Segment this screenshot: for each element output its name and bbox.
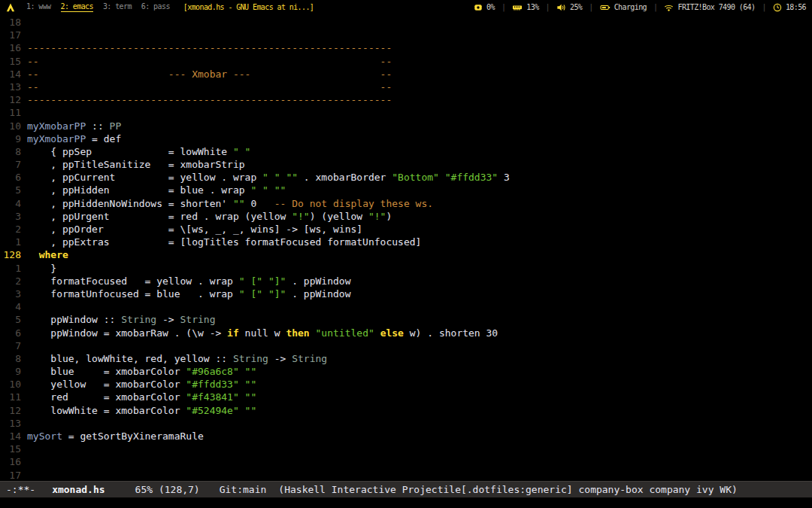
scroll-percent: 65% [135,484,153,495]
module-text: 0% [486,3,495,11]
code-line[interactable]: 128 where [0,248,812,261]
code-line[interactable]: 6 ppWindow = xmobarRaw . (\w -> if null … [0,327,812,339]
line-content: -- -- [27,55,392,68]
module-separator: | [546,3,550,11]
line-content: yellow = xmobarColor "#ffdd33" "" [27,378,256,391]
code-line[interactable]: 6 , ppCurrent = yellow . wrap " " "" . x… [0,171,812,184]
line-number: 14 [0,430,21,443]
line-number: 8 [0,352,21,365]
line-content: formatFocused = yellow . wrap " [" "]" .… [27,275,350,287]
code-line[interactable]: 11 [0,106,812,119]
line-number: 15 [0,55,21,68]
code-line[interactable]: 5 ppWindow :: String -> String [0,313,812,326]
line-content: blue, lowWhite, red, yellow :: String ->… [27,352,327,365]
code-line[interactable]: 3 , ppUrgent = red . wrap (yellow "!") (… [0,210,812,223]
git-branch[interactable]: Git:main [220,484,267,495]
code-line[interactable]: 9myXmobarPP = def [0,132,812,145]
status-modules: 0%|13%|25%|Charging|FRITZ!Box 7490 (64)|… [474,3,806,12]
code-line[interactable]: 15-- -- [0,55,812,68]
battery-icon [600,3,611,12]
line-number: 6 [0,171,21,184]
line-number: 5 [0,313,21,326]
code-line[interactable]: 13 [0,417,812,430]
code-line[interactable]: 10 yellow = xmobarColor "#ffdd33" "" [0,378,812,391]
active-modes: (Haskell Interactive Projectile[.dotfile… [278,484,737,495]
line-content: where [27,248,68,261]
memory-module: 13% [512,3,538,12]
workspace-6-pass[interactable]: 6: pass [141,2,170,12]
code-line[interactable]: 12--------------------------------------… [0,93,812,106]
line-number: 1 [0,262,21,275]
line-number: 11 [0,391,21,403]
line-content: ppWindow = xmobarRaw . (\w -> if null w … [27,327,498,339]
code-line[interactable]: 7 [0,339,812,352]
code-line[interactable]: 8 { ppSep = lowWhite " " [0,145,812,158]
code-line[interactable]: 2 , ppOrder = \[ws, _, _, wins] -> [ws, … [0,223,812,236]
workspace-1-www[interactable]: 1: www [26,2,51,12]
code-line[interactable]: 14-- --- Xmobar --- -- [0,68,812,81]
module-text: Charging [614,3,647,11]
line-content: , ppCurrent = yellow . wrap " " "" . xmo… [27,171,510,184]
module-text: 13% [526,3,538,11]
line-content: , ppExtras = [logTitles formatFocused fo… [27,236,421,248]
code-line[interactable]: 4 , ppHiddenNoWindows = shorten' "" 0 --… [0,197,812,210]
code-line[interactable]: 14mySort = getSortByXineramaRule [0,430,812,443]
memory-icon [512,3,523,12]
code-line[interactable]: 9 blue = xmobarColor "#96a6c8" "" [0,365,812,378]
line-number: 10 [0,120,21,132]
line-content: -- --- Xmobar --- -- [27,68,392,81]
code-line[interactable]: 8 blue, lowWhite, red, yellow :: String … [0,352,812,365]
xmobar: 1: www2: emacs3: term6: pass [xmonad.hs … [0,0,812,14]
code-line[interactable]: 11 red = xmobarColor "#f43841" "" [0,391,812,403]
clock-icon [773,3,782,12]
code-line[interactable]: 2 formatFocused = yellow . wrap " [" "]"… [0,275,812,287]
editor-buffer[interactable]: 181716----------------------------------… [0,14,812,481]
minibuffer[interactable] [0,497,812,507]
line-number: 8 [0,145,21,158]
workspace-2-emacs[interactable]: 2: emacs [61,2,93,12]
code-line[interactable]: 1 } [0,262,812,275]
code-line[interactable]: 3 formatUnfocused = blue . wrap " [" "]"… [0,287,812,300]
code-line[interactable]: 15 [0,443,812,455]
volume-module: 25% [556,3,582,12]
code-line[interactable]: 4 [0,300,812,313]
cursor-position: (128,7) [159,484,200,495]
current-line-number: 128 [0,248,21,261]
line-number: 10 [0,378,21,391]
code-line[interactable]: 16 [0,455,812,468]
module-separator: | [501,3,505,11]
code-line[interactable]: 13-- -- [0,81,812,93]
buffer-status: -:**- [6,484,35,495]
line-content: , ppHiddenNoWindows = shorten' "" 0 -- D… [27,197,433,210]
line-number: 5 [0,184,21,196]
line-number: 3 [0,210,21,223]
line-content: myXmobarPP = def [27,132,121,145]
line-content: red = xmobarColor "#f43841" "" [27,391,256,403]
code-line[interactable]: 12 lowWhite = xmobarColor "#52494e" "" [0,404,812,417]
code-line[interactable]: 18 [0,16,812,29]
code-line[interactable]: 17 [0,469,812,481]
workspace-3-term[interactable]: 3: term [103,2,132,12]
module-separator: | [653,3,657,11]
code-line[interactable]: 1 , ppExtras = [logTitles formatFocused … [0,236,812,248]
module-separator: | [589,3,592,11]
line-content: { ppSep = lowWhite " " [27,145,250,158]
code-line[interactable]: 16--------------------------------------… [0,41,812,54]
line-content: } [27,262,56,275]
module-text: FRITZ!Box 7490 (64) [677,3,755,11]
clock-module: 18:56 [773,3,806,12]
code-line[interactable]: 7 , ppTitleSanitize = xmobarStrip [0,158,812,171]
line-content: ----------------------------------------… [27,93,392,106]
code-line[interactable]: 10myXmobarPP :: PP [0,120,812,132]
line-content: lowWhite = xmobarColor "#52494e" "" [27,404,256,417]
battery-module: Charging [600,3,647,12]
buffer-filename[interactable]: xmonad.hs [52,484,105,495]
code-line[interactable]: 5 , ppHidden = blue . wrap " " "" [0,184,812,196]
cpu-module: 0% [474,3,495,12]
line-content: , ppHidden = blue . wrap " " "" [27,184,286,196]
code-line[interactable]: 17 [0,29,812,41]
line-content: blue = xmobarColor "#96a6c8" "" [27,365,256,378]
wifi-icon [664,3,674,12]
cpu-icon [474,3,483,12]
line-number: 14 [0,68,21,81]
